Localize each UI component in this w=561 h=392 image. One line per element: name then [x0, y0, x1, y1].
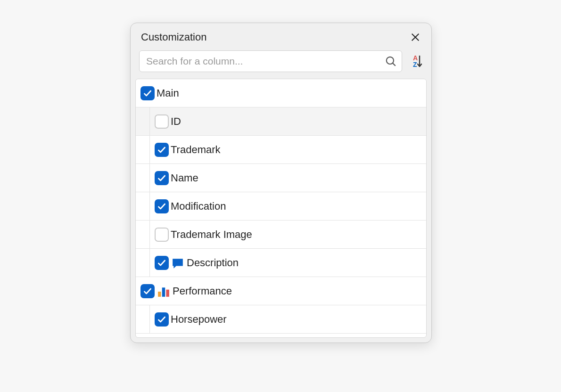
item-label: Trademark Image [171, 229, 252, 241]
checkbox-id[interactable] [155, 114, 169, 129]
tree-indent [136, 136, 150, 163]
item-label: Name [171, 172, 198, 184]
item-label: Trademark [171, 144, 221, 156]
column-item-name[interactable]: Name [136, 164, 426, 192]
bar-chart-icon [157, 286, 170, 297]
checkbox-trademark[interactable] [155, 143, 169, 157]
search-input[interactable] [146, 56, 385, 67]
svg-point-2 [387, 57, 394, 64]
group-label: Performance [173, 285, 232, 297]
item-label: Modification [171, 200, 226, 212]
checkbox-performance[interactable] [140, 284, 155, 298]
column-item-horsepower[interactable]: Horsepower [136, 305, 426, 334]
svg-line-3 [393, 63, 396, 66]
checkbox-name[interactable] [155, 171, 169, 185]
column-list-panel: Main ID Trademark [135, 79, 427, 338]
column-item-trademark-image[interactable]: Trademark Image [136, 220, 426, 249]
column-item-description[interactable]: Description [136, 249, 426, 277]
item-label: Horsepower [171, 313, 227, 326]
tree-indent [136, 305, 150, 333]
tree-indent [136, 220, 150, 248]
dialog-title: Customization [141, 31, 206, 43]
svg-rect-6 [162, 287, 165, 297]
scroll-filler [136, 334, 426, 337]
dialog-header: Customization [131, 23, 431, 50]
comment-icon [172, 257, 184, 269]
column-item-modification[interactable]: Modification [136, 192, 426, 220]
checkbox-modification[interactable] [155, 199, 169, 213]
column-tree[interactable]: Main ID Trademark [136, 79, 426, 337]
group-row-main[interactable]: Main [136, 79, 426, 107]
tree-indent [136, 249, 150, 277]
tree-indent [136, 164, 150, 192]
group-row-performance[interactable]: Performance [136, 277, 426, 305]
search-box [139, 50, 402, 72]
arrow-down-icon [417, 55, 422, 68]
sort-az-button[interactable]: A Z [408, 53, 423, 70]
checkbox-main[interactable] [140, 86, 155, 100]
item-label: Description [187, 257, 239, 269]
column-item-id[interactable]: ID [136, 107, 426, 136]
checkbox-horsepower[interactable] [155, 312, 169, 327]
customization-dialog: Customization A Z [130, 23, 432, 343]
search-row: A Z [131, 50, 431, 79]
svg-rect-7 [166, 289, 169, 296]
tree-indent [136, 192, 150, 220]
close-button[interactable] [409, 31, 422, 44]
close-icon [410, 32, 421, 42]
group-label: Main [157, 87, 179, 99]
checkbox-trademark-image[interactable] [155, 228, 169, 242]
svg-rect-5 [158, 292, 161, 297]
search-icon[interactable] [385, 55, 397, 67]
item-label: ID [171, 115, 181, 128]
tree-indent [136, 107, 150, 135]
checkbox-description[interactable] [155, 256, 169, 270]
column-item-trademark[interactable]: Trademark [136, 136, 426, 164]
